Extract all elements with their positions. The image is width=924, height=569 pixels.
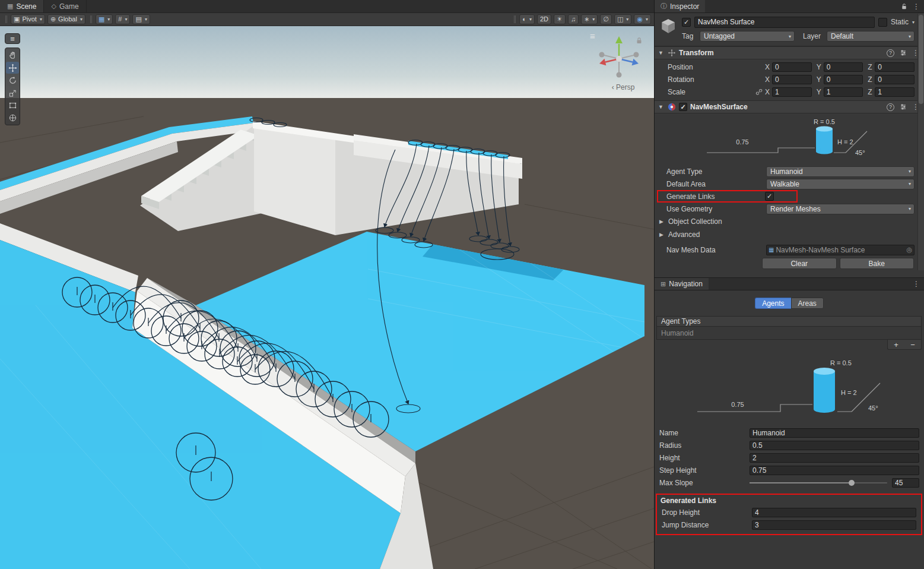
grid-snap-dropdown[interactable]: ▦ ▾ — [96, 14, 113, 24]
gameobject-active-checkbox[interactable]: ✓ — [682, 18, 691, 27]
gizmo-x-axis-cone[interactable] — [599, 59, 606, 66]
position-z-field[interactable] — [875, 62, 915, 72]
effects-dropdown[interactable]: ∗ ▾ — [581, 14, 598, 24]
tab-inspector[interactable]: ⓘ Inspector — [655, 0, 705, 12]
chevron-down-icon: ▾ — [626, 17, 628, 22]
scale-z-field[interactable] — [875, 87, 915, 97]
hidden-objects-toggle[interactable]: ∅ — [600, 14, 612, 24]
max-slope-value-field[interactable] — [892, 478, 919, 488]
gizmo-center-handle[interactable] — [616, 56, 622, 62]
advanced-foldout[interactable]: ▶ Advanced — [655, 228, 924, 241]
agents-tab[interactable]: Agents — [755, 298, 790, 309]
help-icon[interactable]: ? — [887, 49, 894, 57]
gizmo-z-axis-cone[interactable] — [632, 59, 639, 66]
presets-icon[interactable] — [900, 49, 907, 56]
lock-icon[interactable] — [636, 37, 643, 45]
static-flags-dropdown[interactable]: ▾ — [912, 20, 915, 25]
inspector-scrollbar[interactable] — [917, 14, 924, 270]
gizmo-neg-y-handle[interactable] — [617, 72, 622, 78]
rotation-y-field[interactable] — [824, 75, 863, 84]
handle-orientation-dropdown[interactable]: ⊕ Global ▾ — [47, 14, 85, 24]
mesh-asset-icon: ▦ — [769, 246, 774, 253]
transform-component-icon — [668, 49, 676, 57]
use-geometry-dropdown[interactable]: Render Meshes ▾ — [766, 204, 915, 214]
rect-tool-button[interactable] — [6, 99, 19, 111]
gizmo-y-axis-cone[interactable] — [615, 36, 623, 43]
max-slope-slider[interactable] — [750, 478, 919, 488]
scale-tool-button[interactable] — [6, 87, 19, 99]
view-hand-tool-button[interactable] — [6, 49, 19, 61]
chevron-down-icon: ▾ — [646, 17, 648, 22]
clear-button[interactable]: Clear — [762, 258, 837, 269]
lock-icon[interactable] — [901, 3, 907, 10]
jump-distance-field[interactable] — [752, 520, 916, 530]
increment-snap-dropdown[interactable]: # ▾ — [115, 14, 130, 24]
bake-button[interactable]: Bake — [840, 258, 915, 269]
chevron-down-icon: ▾ — [529, 17, 532, 22]
default-area-dropdown[interactable]: Walkable ▾ — [766, 179, 915, 189]
toolstrip-menu-button[interactable]: ≡ — [5, 33, 20, 44]
gizmo-perspective-toggle[interactable]: ‹ Persp — [596, 83, 650, 91]
rotation-x-field[interactable] — [772, 75, 812, 84]
tab-navigation[interactable]: ⊞ Navigation — [655, 278, 709, 290]
move-tool-button[interactable] — [6, 62, 19, 74]
scene-orientation-gizmo[interactable] — [586, 26, 652, 91]
scene-lighting-toggle[interactable]: ☀ — [554, 14, 566, 24]
gizmos-dropdown[interactable]: ◉ ▾ — [634, 14, 651, 24]
measure-tool-dropdown[interactable]: ▤ ▾ — [132, 14, 150, 24]
kebab-menu-icon[interactable]: ⋮ — [913, 280, 920, 288]
drop-height-field[interactable] — [752, 508, 916, 517]
add-agent-type-button[interactable]: + — [894, 341, 898, 349]
object-picker-icon[interactable]: ◎ — [906, 246, 912, 254]
agent-name-field[interactable] — [750, 428, 919, 438]
component-enabled-checkbox[interactable]: ✓ — [679, 103, 687, 111]
scale-x-field[interactable] — [772, 87, 812, 97]
tag-dropdown[interactable]: Untagged ▾ — [700, 31, 795, 42]
rotation-z-field[interactable] — [875, 75, 915, 84]
help-icon[interactable]: ? — [887, 103, 894, 111]
2d-toggle-button[interactable]: 2D — [537, 14, 551, 24]
agent-height-field[interactable] — [750, 453, 919, 463]
scale-icon — [8, 88, 17, 97]
pivot-dropdown[interactable]: ▣ Pivot ▾ — [11, 14, 45, 24]
static-checkbox[interactable] — [878, 18, 887, 27]
presets-icon[interactable] — [900, 103, 907, 110]
scene-audio-toggle[interactable]: ♫ — [568, 14, 579, 24]
slider-thumb[interactable] — [849, 480, 855, 486]
scene-viewport[interactable]: ≡ — [0, 26, 654, 569]
transform-tool-button[interactable] — [6, 112, 19, 124]
agent-type-dropdown[interactable]: Humanoid ▾ — [766, 166, 915, 177]
scrollbar-thumb[interactable] — [919, 15, 923, 104]
agent-step-height-field[interactable] — [750, 466, 919, 475]
remove-agent-type-button[interactable]: − — [910, 341, 915, 349]
gizmo-neg-x-handle[interactable] — [634, 52, 639, 58]
generate-links-checkbox[interactable]: ✓ — [765, 192, 774, 201]
foldout-open-icon[interactable]: ▼ — [658, 104, 665, 110]
navmeshsurface-component-icon — [668, 103, 676, 111]
foldout-open-icon[interactable]: ▼ — [658, 50, 665, 56]
camera-settings-dropdown[interactable]: ◫ ▾ — [614, 14, 631, 24]
tab-scene[interactable]: ▦ Scene — [0, 0, 44, 12]
layer-dropdown[interactable]: Default ▾ — [827, 31, 915, 42]
tab-game[interactable]: ◇ Game — [44, 0, 86, 12]
chevron-down-icon: ▾ — [906, 169, 911, 174]
areas-tab[interactable]: Areas — [791, 298, 824, 309]
transform-component-header[interactable]: ▼ Transform ? ⋮ — [655, 46, 924, 59]
position-y-field[interactable] — [824, 62, 863, 72]
agent-type-row: Agent Type Humanoid ▾ — [655, 165, 924, 178]
kebab-menu-icon[interactable]: ⋮ — [913, 2, 920, 11]
slider-track[interactable] — [750, 482, 887, 483]
navmeshsurface-component-header[interactable]: ▼ ✓ NavMeshSurface ? ⋮ — [655, 100, 924, 113]
nav-mesh-data-object-field[interactable]: ▦ NavMesh-NavMesh Surface ◎ — [766, 245, 915, 255]
rotate-tool-button[interactable] — [6, 74, 19, 86]
ruler-icon: ▤ — [135, 16, 141, 23]
scale-y-field[interactable] — [824, 87, 863, 97]
gameobject-name-field[interactable] — [694, 17, 875, 28]
agent-type-item-humanoid[interactable]: Humanoid — [656, 327, 922, 340]
position-x-field[interactable] — [772, 62, 812, 72]
shading-mode-dropdown[interactable]: ◐ ▾ — [519, 14, 535, 24]
agent-radius-field[interactable] — [750, 441, 919, 450]
constrain-proportions-icon[interactable] — [755, 88, 763, 96]
object-collection-foldout[interactable]: ▶ Object Collection — [655, 215, 924, 228]
gizmo-neg-z-handle[interactable] — [599, 52, 605, 58]
